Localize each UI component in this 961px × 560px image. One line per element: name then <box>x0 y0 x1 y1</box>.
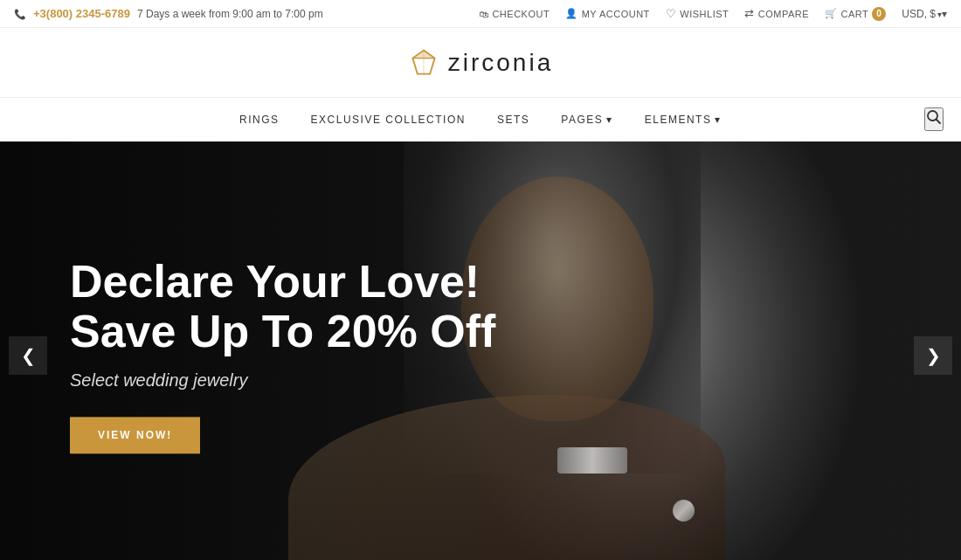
currency-label: USD, $ <box>902 8 936 20</box>
cart-link[interactable]: CART 0 <box>825 7 886 21</box>
nav-link-sets[interactable]: SETS <box>497 114 529 126</box>
hero-headline: Declare Your Love! Save Up To 20% Off <box>70 257 495 356</box>
compare-icon <box>744 7 755 20</box>
checkout-link[interactable]: CHECKOUT <box>479 9 550 19</box>
logo-bar: zirconia <box>0 28 961 98</box>
hero-headline-line1: Declare Your Love! <box>70 256 480 307</box>
cart-icon <box>825 8 838 19</box>
checkout-icon <box>479 9 489 19</box>
account-link[interactable]: MY ACCOUNT <box>565 8 650 19</box>
hours-text: 7 Days a week from 9:00 am to 7:00 pm <box>137 8 323 20</box>
top-bar: +3(800) 2345-6789 7 Days a week from 9:0… <box>0 0 961 28</box>
hero-headline-line2: Save Up To 20% Off <box>70 307 495 357</box>
phone-icon <box>14 8 26 20</box>
svg-line-5 <box>430 58 434 73</box>
cart-count: 0 <box>872 7 886 21</box>
nav-item-elements: ELEMENTS ▾ <box>645 114 722 126</box>
svg-line-4 <box>412 58 417 73</box>
phone-number[interactable]: +3(800) 2345-6789 <box>33 7 130 20</box>
nav-link-rings[interactable]: RINGS <box>239 114 280 126</box>
top-bar-left: +3(800) 2345-6789 7 Days a week from 9:0… <box>14 7 323 20</box>
nav-item-sets: SETS <box>497 114 529 126</box>
hero-cta-button[interactable]: VIEW NOW! <box>70 418 200 454</box>
arrow-left-icon: ❮ <box>21 345 36 366</box>
elements-chevron-icon: ▾ <box>715 114 722 126</box>
logo-link[interactable]: zirconia <box>408 47 553 79</box>
hero-content: Declare Your Love! Save Up To 20% Off Se… <box>70 257 495 453</box>
currency-selector[interactable]: USD, $ ▾ <box>902 8 947 20</box>
jewelry-bracelet-sim <box>557 447 627 474</box>
cart-label: CART <box>841 9 869 19</box>
currency-chevron-icon: ▾ <box>937 8 947 20</box>
wishlist-label: WISHLIST <box>680 9 729 19</box>
nav-links: RINGS EXCLUSIVE COLLECTION SETS PAGES ▾ … <box>239 114 722 126</box>
nav-label-rings: RINGS <box>239 114 280 126</box>
nav-item-exclusive: EXCLUSIVE COLLECTION <box>311 114 466 126</box>
compare-link[interactable]: COMPARE <box>744 7 809 20</box>
logo-diamond-icon <box>408 47 439 79</box>
nav-bar: RINGS EXCLUSIVE COLLECTION SETS PAGES ▾ … <box>0 98 961 142</box>
svg-line-7 <box>937 120 941 124</box>
arrow-right-icon: ❯ <box>926 345 941 366</box>
compare-label: COMPARE <box>758 9 809 19</box>
heart-icon <box>666 7 677 20</box>
jewelry-ring-sim <box>673 500 695 522</box>
nav-label-elements: ELEMENTS <box>645 114 712 126</box>
account-icon <box>565 8 578 19</box>
nav-label-pages: PAGES <box>561 114 603 126</box>
account-label: MY ACCOUNT <box>582 9 650 19</box>
nav-link-pages[interactable]: PAGES ▾ <box>561 114 612 126</box>
nav-link-exclusive[interactable]: EXCLUSIVE COLLECTION <box>311 114 466 126</box>
nav-label-exclusive: EXCLUSIVE COLLECTION <box>311 114 466 126</box>
nav-label-sets: SETS <box>497 114 529 126</box>
slider-prev-button[interactable]: ❮ <box>9 336 47 375</box>
slider-next-button[interactable]: ❯ <box>914 336 952 375</box>
logo-text: zirconia <box>448 49 553 77</box>
wishlist-link[interactable]: WISHLIST <box>666 7 729 20</box>
checkout-label: CHECKOUT <box>492 9 550 19</box>
pages-chevron-icon: ▾ <box>606 114 613 126</box>
hero-slider: Declare Your Love! Save Up To 20% Off Se… <box>0 142 961 560</box>
top-bar-right: CHECKOUT MY ACCOUNT WISHLIST COMPARE CAR… <box>479 7 947 21</box>
hero-subtext: Select wedding jewelry <box>70 371 495 391</box>
search-icon <box>926 109 942 125</box>
nav-item-rings: RINGS <box>239 114 280 126</box>
nav-link-elements[interactable]: ELEMENTS ▾ <box>645 114 722 126</box>
nav-item-pages: PAGES ▾ <box>561 114 612 126</box>
search-button[interactable] <box>924 107 944 131</box>
